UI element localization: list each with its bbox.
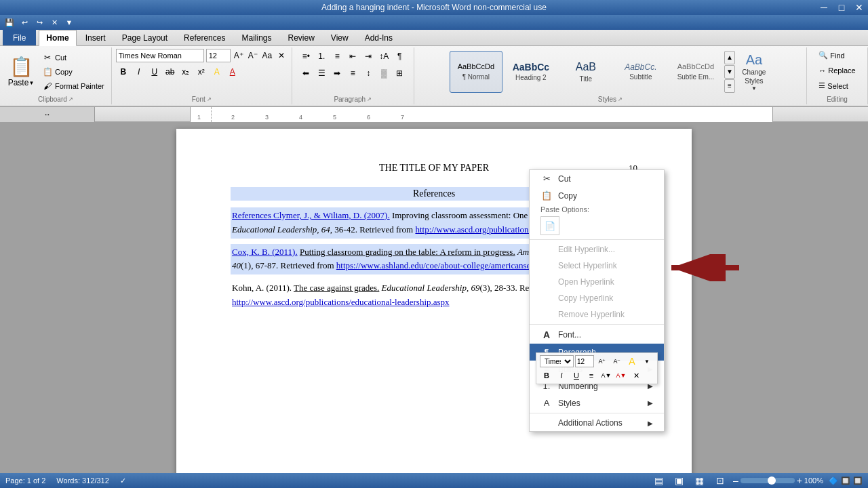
italic-button[interactable]: I bbox=[132, 64, 146, 79]
view-print-button[interactable]: ▤ bbox=[652, 474, 667, 487]
mini-dropdown-button[interactable]: ▼ bbox=[640, 355, 654, 367]
view-fullscreen-button[interactable]: ▣ bbox=[672, 474, 687, 487]
mini-toolbar: Times New... A⁺ A⁻ A ▼ B I U ≡ A▼ A▼ ✕ bbox=[536, 352, 658, 384]
superscript-button[interactable]: x² bbox=[194, 64, 209, 79]
font-size-input[interactable] bbox=[206, 49, 231, 62]
tab-home[interactable]: Home bbox=[39, 30, 76, 46]
mini-grow-button[interactable]: A⁺ bbox=[595, 355, 609, 367]
ctx-font[interactable]: A Font... bbox=[530, 326, 664, 344]
spell-check-icon[interactable]: ✓ bbox=[120, 476, 126, 485]
change-styles-button[interactable]: Aa ChangeStyles ▼ bbox=[737, 51, 771, 93]
style-normal[interactable]: AaBbCcDd ¶ Normal bbox=[450, 51, 502, 93]
sort-button[interactable]: ↕A bbox=[376, 49, 391, 64]
mini-font-select[interactable]: Times New... bbox=[540, 355, 574, 367]
font-expand-icon[interactable]: ↗ bbox=[207, 96, 212, 102]
tab-review[interactable]: Review bbox=[280, 30, 321, 45]
style-title[interactable]: AaB Title bbox=[559, 51, 612, 93]
clear-format-button[interactable]: ✕ bbox=[275, 49, 288, 62]
numbering-button[interactable]: 1. bbox=[314, 49, 329, 64]
paragraph-expand-icon[interactable]: ↗ bbox=[367, 96, 372, 102]
format-painter-button[interactable]: 🖌 Format Painter bbox=[39, 79, 107, 93]
select-button[interactable]: ☰ Select bbox=[816, 79, 851, 92]
styles-scroll-down[interactable]: ▼ bbox=[724, 65, 735, 79]
ctx-additional-actions[interactable]: Additional Actions ▶ bbox=[530, 415, 664, 431]
cut-label: Cut bbox=[55, 54, 66, 62]
shading-button[interactable]: ▓ bbox=[376, 66, 391, 81]
qa-close-button[interactable]: ✕ bbox=[47, 16, 61, 28]
font-color-button[interactable]: A bbox=[225, 64, 240, 79]
zoom-slider[interactable] bbox=[741, 478, 795, 483]
qa-save-button[interactable]: 💾 bbox=[3, 16, 16, 28]
align-left-button[interactable]: ⬅ bbox=[298, 66, 313, 81]
ref2-link[interactable]: Cox, K. B. (2011). bbox=[232, 247, 298, 257]
mini-size-input[interactable] bbox=[575, 355, 594, 367]
mini-underline-button[interactable]: U bbox=[570, 369, 583, 382]
tab-page-layout[interactable]: Page Layout bbox=[115, 30, 175, 45]
borders-button[interactable]: ⊞ bbox=[392, 66, 407, 81]
text-highlight-button[interactable]: A bbox=[210, 64, 224, 79]
close-button[interactable]: ✕ bbox=[850, 0, 868, 15]
font-case-button[interactable]: Aa bbox=[261, 49, 273, 62]
ctx-cut[interactable]: ✂ Cut bbox=[530, 170, 664, 187]
increase-indent-button[interactable]: ⇥ bbox=[361, 49, 376, 64]
show-formatting-button[interactable]: ¶ bbox=[392, 49, 407, 64]
replace-button[interactable]: ↔ Replace bbox=[816, 64, 858, 77]
tab-file[interactable]: File bbox=[3, 30, 36, 45]
zoom-out-button[interactable]: – bbox=[733, 475, 738, 486]
ref3-url[interactable]: http://www.ascd.org/publications/educati… bbox=[232, 297, 450, 307]
mini-highlight2-button[interactable]: A▼ bbox=[599, 369, 613, 382]
mini-clear-button[interactable]: ✕ bbox=[629, 369, 643, 382]
align-center-button[interactable]: ☰ bbox=[314, 66, 329, 81]
style-heading2[interactable]: AaBbCc Heading 2 bbox=[505, 51, 557, 93]
tab-mailings[interactable]: Mailings bbox=[234, 30, 279, 45]
mini-bold-button[interactable]: B bbox=[540, 369, 553, 382]
maximize-button[interactable]: □ bbox=[833, 0, 850, 15]
ctx-styles[interactable]: A Styles ▶ bbox=[530, 394, 664, 411]
tab-addins[interactable]: Add-Ins bbox=[357, 30, 400, 45]
underline-button[interactable]: U bbox=[147, 64, 162, 79]
font-grow-button[interactable]: A⁺ bbox=[233, 49, 245, 62]
clipboard-expand-icon[interactable]: ↗ bbox=[68, 96, 73, 102]
cut-button[interactable]: ✂ Cut bbox=[39, 51, 107, 64]
mini-color-button[interactable]: A▼ bbox=[614, 369, 628, 382]
styles-scroll-up[interactable]: ▲ bbox=[724, 51, 735, 64]
style-subtitle[interactable]: AaBbCc. Subtitle bbox=[614, 51, 667, 93]
view-outline-button[interactable]: ⊡ bbox=[713, 474, 728, 487]
copy-button[interactable]: 📋 Copy bbox=[39, 65, 107, 79]
mini-highlight-button[interactable]: A bbox=[625, 355, 639, 367]
tab-view[interactable]: View bbox=[323, 30, 356, 45]
align-right-button[interactable]: ➡ bbox=[330, 66, 344, 81]
ctx-copy[interactable]: 📋 Copy bbox=[530, 187, 664, 204]
zoom-in-button[interactable]: + bbox=[797, 475, 802, 486]
subscript-button[interactable]: x₂ bbox=[178, 64, 193, 79]
strikethrough-button[interactable]: ab bbox=[163, 64, 178, 79]
minimize-button[interactable]: ─ bbox=[815, 0, 833, 15]
document-area: 10 THE TITLE OF MY PAPER References Refe… bbox=[0, 122, 868, 488]
font-shrink-button[interactable]: A⁻ bbox=[247, 49, 259, 62]
tab-insert[interactable]: Insert bbox=[78, 30, 113, 45]
style-subtle-em[interactable]: AaBbCcDd Subtle Em... bbox=[669, 51, 722, 93]
qa-undo-button[interactable]: ↩ bbox=[18, 16, 31, 28]
bullets-button[interactable]: ≡• bbox=[298, 49, 313, 64]
mini-italic-button[interactable]: I bbox=[555, 369, 568, 382]
tab-references[interactable]: References bbox=[176, 30, 233, 45]
mini-shrink-button[interactable]: A⁻ bbox=[610, 355, 624, 367]
qa-redo-button[interactable]: ↪ bbox=[33, 16, 46, 28]
view-web-button[interactable]: ▦ bbox=[692, 474, 707, 487]
paste-button[interactable]: 📋 Paste ▼ bbox=[4, 50, 38, 94]
paste-keep-source[interactable]: 📄 bbox=[540, 216, 559, 235]
ruler-corner[interactable]: ↔ bbox=[44, 110, 51, 118]
mini-align-button[interactable]: ≡ bbox=[585, 369, 598, 382]
find-button[interactable]: 🔍 Find bbox=[816, 49, 847, 62]
font-name-input[interactable] bbox=[116, 49, 204, 62]
styles-scroll-all[interactable]: ≡ bbox=[724, 79, 735, 93]
bold-button[interactable]: B bbox=[116, 64, 131, 79]
justify-button[interactable]: ≡ bbox=[345, 66, 360, 81]
multilevel-button[interactable]: ≡ bbox=[330, 49, 344, 64]
line-spacing-button[interactable]: ↕ bbox=[361, 66, 376, 81]
styles-expand-icon[interactable]: ↗ bbox=[618, 96, 623, 102]
ref1-link[interactable]: References Clymer, J., & Wiliam, D. (200… bbox=[232, 210, 390, 220]
font-content: A⁺ A⁻ Aa ✕ B I U ab x₂ x² A A bbox=[116, 49, 288, 94]
decrease-indent-button[interactable]: ⇤ bbox=[345, 49, 360, 64]
qa-dropdown-button[interactable]: ▼ bbox=[62, 16, 76, 28]
